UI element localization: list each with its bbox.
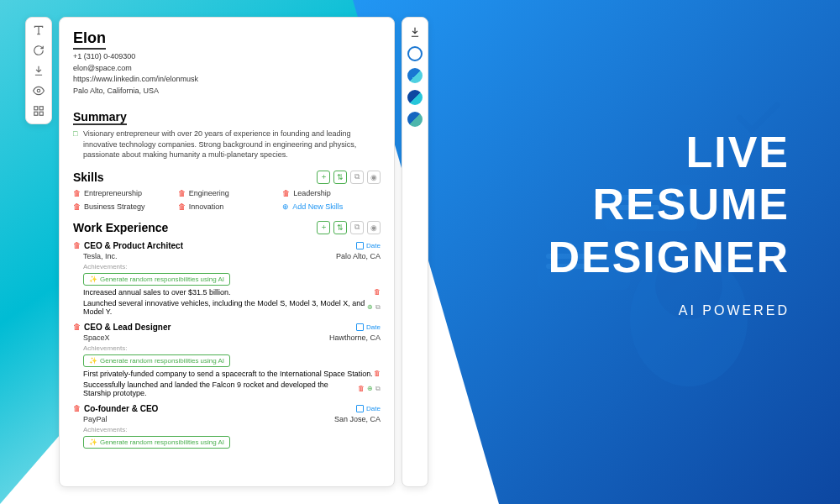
job-entry: 🗑CEO & Product ArchitectDateTesla, Inc.P… (73, 241, 381, 316)
add-icon[interactable]: ⊕ (367, 303, 373, 312)
skills-heading: Skills (73, 171, 104, 184)
skills-hide-icon[interactable]: ◉ (367, 171, 381, 184)
work-copy-icon[interactable]: ⧉ (350, 221, 364, 234)
resume-document: Elon +1 (310) 0-409300 elon@space.com ht… (59, 17, 395, 487)
calendar-icon (356, 405, 364, 412)
contact-info[interactable]: +1 (310) 0-409300 elon@space.com https:/… (73, 51, 381, 97)
achievements-label: Achievements: (73, 426, 381, 433)
export-icon[interactable] (407, 24, 423, 39)
job-title[interactable]: 🗑CEO & Product Architect (73, 241, 183, 250)
delete-icon[interactable]: 🗑 (73, 404, 81, 412)
svg-rect-11 (34, 112, 38, 115)
skills-grid: 🗑Entrepreneurship🗑Engineering🗑Leadership… (73, 189, 381, 211)
hero-title: LIVE RESUME DESIGNER AI POWERED (548, 126, 790, 318)
skill-item[interactable]: 🗑Entrepreneurship (73, 189, 171, 197)
sparkle-icon: ✨ (89, 276, 97, 283)
job-location[interactable]: Hawthorne, CA (329, 333, 381, 342)
resume-name[interactable]: Elon (73, 29, 106, 50)
text-style-icon[interactable] (32, 24, 45, 36)
skill-item[interactable]: 🗑Innovation (178, 202, 276, 211)
add-icon[interactable]: ⊕ (367, 385, 373, 393)
theme-teal[interactable] (407, 112, 423, 127)
delete-icon[interactable]: 🗑 (73, 189, 81, 197)
work-add-icon[interactable]: ＋ (317, 221, 330, 234)
delete-icon[interactable]: 🗑 (358, 385, 365, 393)
download-icon[interactable] (32, 65, 45, 76)
skills-copy-icon[interactable]: ⧉ (350, 171, 364, 184)
skill-item[interactable]: 🗑Business Strategy (73, 202, 171, 211)
delete-icon[interactable]: 🗑 (178, 189, 186, 197)
job-entry: 🗑Co-founder & CEODatePayPalSan Jose, CAA… (73, 404, 381, 449)
ai-generate-button[interactable]: ✨Generate random responsibilities using … (83, 436, 230, 449)
add-skill-button[interactable]: ⊕Add New Skills (282, 202, 381, 211)
theme-navy[interactable] (407, 90, 423, 105)
editor-panel: Elon +1 (310) 0-409300 elon@space.com ht… (25, 17, 428, 487)
delete-icon[interactable]: 🗑 (178, 202, 186, 211)
theme-white[interactable] (407, 46, 423, 61)
add-icon: ⊕ (282, 202, 289, 211)
hero-line-1: LIVE (685, 128, 790, 176)
sparkle-icon: ✨ (89, 438, 97, 446)
skills-actions: ＋ ⇅ ⧉ ◉ (317, 171, 381, 184)
work-hide-icon[interactable]: ◉ (367, 221, 381, 234)
delete-icon[interactable]: 🗑 (73, 202, 81, 211)
eye-icon[interactable] (32, 85, 45, 97)
job-entry: 🗑CEO & Lead DesignerDateSpaceXHawthorne,… (73, 323, 381, 397)
summary-heading: Summary (73, 110, 127, 125)
job-company[interactable]: SpaceX (83, 333, 110, 342)
style-picker (402, 17, 428, 487)
achievement-line[interactable]: Increased annual sales to over $31.5 bil… (73, 288, 381, 297)
calendar-icon (356, 242, 364, 249)
delete-icon[interactable]: 🗑 (73, 323, 81, 331)
grid-icon[interactable] (32, 105, 45, 117)
achievement-line[interactable]: Successfully launched and landed the Fal… (73, 381, 381, 397)
copy-icon[interactable]: ⧉ (375, 385, 381, 393)
work-move-icon[interactable]: ⇅ (333, 221, 347, 234)
achievements-label: Achievements: (73, 344, 381, 352)
job-location[interactable]: San Jose, CA (334, 415, 381, 423)
skills-add-icon[interactable]: ＋ (317, 171, 330, 184)
achievements-label: Achievements: (73, 263, 381, 270)
job-location[interactable]: Palo Alto, CA (336, 252, 381, 260)
delete-icon[interactable]: 🗑 (73, 241, 81, 249)
job-title[interactable]: 🗑CEO & Lead Designer (73, 323, 171, 332)
date-button[interactable]: Date (356, 323, 381, 331)
date-button[interactable]: Date (356, 242, 381, 249)
delete-icon[interactable]: 🗑 (282, 189, 290, 197)
summary-text[interactable]: Visionary entrepreneur with over 20 year… (73, 129, 381, 160)
svg-rect-9 (34, 107, 38, 110)
theme-blue[interactable] (407, 68, 423, 83)
job-company[interactable]: PayPal (83, 415, 108, 423)
work-heading: Work Experience (73, 221, 168, 234)
achievement-line[interactable]: Launched several innovative vehicles, in… (73, 299, 381, 316)
jobs-container: 🗑CEO & Product ArchitectDateTesla, Inc.P… (73, 241, 381, 449)
delete-icon[interactable]: 🗑 (374, 288, 381, 296)
svg-point-8 (37, 89, 40, 92)
achievement-line[interactable]: First privately-funded company to send a… (73, 370, 381, 378)
sparkle-icon: ✨ (89, 357, 97, 365)
job-company[interactable]: Tesla, Inc. (83, 252, 118, 260)
svg-rect-10 (39, 107, 43, 110)
calendar-icon (356, 323, 364, 331)
svg-rect-12 (39, 112, 43, 115)
hero-subtitle: AI POWERED (548, 303, 790, 318)
copy-icon[interactable]: ⧉ (375, 303, 381, 312)
ai-generate-button[interactable]: ✨Generate random responsibilities using … (83, 273, 230, 286)
ai-generate-button[interactable]: ✨Generate random responsibilities using … (83, 354, 230, 367)
hero-line-2: RESUME (593, 180, 790, 228)
date-button[interactable]: Date (356, 405, 381, 412)
skill-item[interactable]: 🗑Leadership (282, 189, 381, 197)
refresh-icon[interactable] (32, 45, 45, 56)
delete-icon[interactable]: 🗑 (374, 370, 381, 377)
skills-move-icon[interactable]: ⇅ (333, 171, 347, 184)
skill-item[interactable]: 🗑Engineering (178, 189, 276, 197)
job-title[interactable]: 🗑Co-founder & CEO (73, 404, 158, 413)
hero-line-3: DESIGNER (548, 233, 790, 281)
work-actions: ＋ ⇅ ⧉ ◉ (317, 221, 381, 234)
toolbar-left (25, 17, 52, 124)
